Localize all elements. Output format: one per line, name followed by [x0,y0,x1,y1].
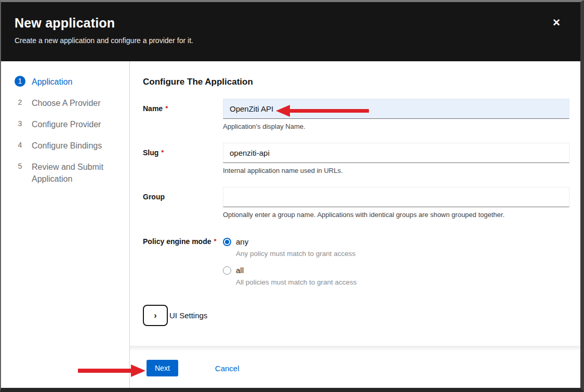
name-input[interactable] [223,99,569,119]
wizard-footer: Next Cancel [130,350,580,388]
required-asterisk: * [161,148,164,156]
radio-any-label: any [236,237,248,246]
name-field-row: Name* Application's display Name. [143,99,569,130]
cancel-button[interactable]: Cancel [215,360,240,373]
policy-engine-mode-radio-group: any Any policy must match to grant acces… [223,233,569,294]
step-label: Application [32,76,72,88]
step-number-badge: 3 [15,118,25,129]
radio-option-any: any Any policy must match to grant acces… [223,237,569,258]
step-label: Configure Bindings [32,140,102,152]
policy-engine-mode-label: Policy engine mode* [143,233,223,294]
radio-all-description: All policies must match to grant access [236,278,569,286]
group-field-row: Group Optionally enter a group name. App… [143,187,569,219]
step-number-badge: 1 [15,76,25,87]
step-label: Choose A Provider [32,97,101,109]
name-label-text: Name [143,104,163,113]
radio-selected-icon[interactable] [223,238,231,246]
wizard-steps-sidebar: 1 Application 2 Choose A Provider 3 Conf… [1,61,130,388]
radio-option-all: all All policies must match to grant acc… [223,266,569,286]
policy-engine-mode-row: Policy engine mode* any Any policy must … [143,233,569,294]
modal-title: New application [15,16,566,31]
wizard-step-configure-provider[interactable]: 3 Configure Provider [15,118,129,130]
step-number-badge: 2 [15,97,25,108]
step-label: Review and Submit Application [32,161,107,185]
ui-settings-section: › UI Settings [143,305,569,326]
modal-subtitle: Create a new application and configure a… [15,36,566,45]
chevron-right-icon[interactable]: › [143,305,168,326]
wizard-step-choose-provider[interactable]: 2 Choose A Provider [15,97,129,109]
radio-all[interactable]: all [223,266,569,275]
wizard-step-application[interactable]: 1 Application [15,76,129,88]
slug-label: Slug* [143,143,223,174]
radio-any-description: Any policy must match to grant access [236,250,569,258]
radio-unselected-icon[interactable] [223,266,231,275]
wizard-step-configure-bindings[interactable]: 4 Configure Bindings [15,140,129,152]
group-helper-text: Optionally enter a group name. Applicati… [223,211,569,219]
required-asterisk: * [165,104,168,112]
new-application-modal: New application Create a new application… [0,0,584,392]
slug-field-row: Slug* Internal application name used in … [143,143,569,174]
slug-input[interactable] [223,143,569,163]
radio-any[interactable]: any [223,237,569,246]
slug-label-text: Slug [143,148,158,157]
ui-settings-label: UI Settings [169,311,207,320]
radio-all-label: all [236,266,244,275]
group-label: Group [143,187,223,219]
name-label: Name* [143,99,223,130]
step-number-badge: 5 [15,161,25,172]
slug-helper-text: Internal application name used in URLs. [223,167,569,174]
wizard-step-review-submit[interactable]: 5 Review and Submit Application [15,161,129,185]
name-helper-text: Application's display Name. [223,123,569,130]
page-title: Configure The Application [143,77,569,87]
modal-header: New application Create a new application… [1,2,580,61]
required-asterisk: * [214,237,216,245]
footer-divider [130,346,580,350]
group-input[interactable] [223,187,569,207]
name-field-group: Application's display Name. [223,99,569,130]
wizard-body: 1 Application 2 Choose A Provider 3 Conf… [1,61,580,388]
close-icon[interactable]: ✕ [550,17,563,29]
wizard-main: Configure The Application Name* Applicat… [130,61,580,388]
wizard-content: Configure The Application Name* Applicat… [130,61,580,346]
step-label: Configure Provider [32,118,101,130]
slug-field-group: Internal application name used in URLs. [223,143,569,174]
next-button[interactable]: Next [147,360,178,376]
policy-engine-mode-label-text: Policy engine mode [143,237,211,246]
group-field-group: Optionally enter a group name. Applicati… [223,187,569,219]
step-number-badge: 4 [15,140,25,151]
